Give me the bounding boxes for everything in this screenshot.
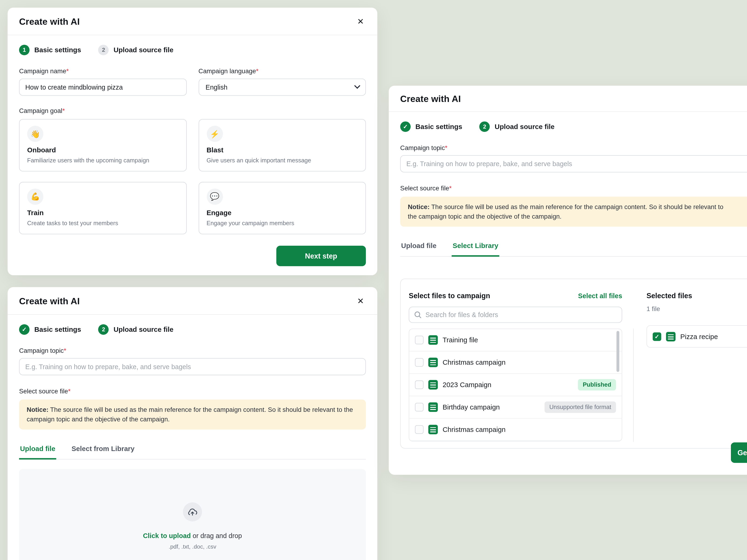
file-name: 2023 Campaign (443, 381, 491, 389)
goal-card-onboard[interactable]: 👋 Onboard Familiarize users with the upc… (19, 119, 186, 171)
select-source-file-label-text: Select source file (19, 388, 68, 395)
file-search-input[interactable] (425, 311, 617, 319)
goal-card-blast[interactable]: ⚡ Blast Give users an quick important me… (199, 119, 366, 171)
campaign-name-input[interactable] (19, 79, 186, 96)
campaign-name-label-text: Campaign name (19, 68, 66, 75)
published-badge: Published (578, 379, 616, 391)
file-row-birthday-campaign[interactable]: Birthday campaign Unsupported file forma… (409, 396, 622, 419)
waving-hand-icon: 👋 (27, 126, 43, 142)
notice-prefix: Notice: (27, 406, 48, 414)
panel-divider (633, 328, 634, 442)
required-asterisk: * (445, 144, 447, 152)
drag-and-drop-text: or drag and drop (192, 532, 242, 540)
campaign-name-label: Campaign name* (19, 68, 186, 75)
goal-title: Engage (207, 209, 358, 217)
goal-description: Create tasks to test your members (27, 219, 178, 228)
lightning-icon: ⚡ (207, 126, 223, 142)
required-asterisk: * (62, 107, 65, 114)
file-checkbox[interactable] (415, 380, 424, 389)
file-row-training-file[interactable]: Training file (409, 329, 622, 351)
step-upload-source-file[interactable]: 2 Upload source file (480, 121, 555, 132)
checked-checkbox[interactable]: ✓ (653, 332, 661, 341)
select-all-files-link[interactable]: Select all files (578, 292, 622, 300)
campaign-topic-label: Campaign topic* (400, 144, 747, 152)
campaign-goal-options: 👋 Onboard Familiarize users with the upc… (19, 119, 366, 234)
upload-cloud-icon (183, 502, 202, 522)
step-1-label: Basic settings (34, 46, 81, 54)
file-checkbox[interactable] (415, 403, 424, 411)
dropzone-text: Click to upload or drag and drop (143, 532, 242, 540)
file-dropzone[interactable]: Click to upload or drag and drop .pdf, .… (19, 469, 366, 560)
file-name: Birthday campaign (443, 403, 500, 411)
source-file-tabs: Upload file Select Library (400, 237, 747, 257)
selected-files-panel: Selected files 1 file ✓ Pizza recipe (646, 291, 747, 348)
campaign-goal-label-text: Campaign goal (19, 107, 62, 114)
selected-file-row-pizza-recipe[interactable]: ✓ Pizza recipe (646, 325, 747, 348)
campaign-topic-input[interactable] (400, 155, 747, 172)
file-checkbox[interactable] (415, 358, 424, 367)
close-icon[interactable]: ✕ (355, 295, 366, 307)
step-2-circle: 2 (480, 121, 490, 132)
selected-files-heading: Selected files (646, 291, 747, 300)
goal-card-engage[interactable]: 💬 Engage Engage your campaign members (199, 182, 366, 234)
document-icon (428, 402, 438, 412)
search-icon (414, 311, 421, 319)
file-name: Pizza recipe (680, 333, 718, 341)
document-icon (428, 425, 438, 434)
tab-upload-file[interactable]: Upload file (19, 440, 56, 460)
file-name: Training file (443, 336, 478, 344)
required-asterisk: * (256, 68, 259, 75)
tab-select-library[interactable]: Select Library (452, 237, 499, 257)
step-upload-source-file[interactable]: 2 Upload source file (98, 324, 174, 335)
unsupported-format-badge: Unsupported file format (545, 402, 616, 413)
file-checkbox[interactable] (415, 336, 424, 344)
campaign-topic-label-text: Campaign topic (400, 144, 445, 152)
step-2-circle: 2 (98, 324, 109, 335)
file-row-christmas-campaign-2[interactable]: Christmas campaign (409, 419, 622, 441)
select-source-file-label-text: Select source file (400, 185, 449, 192)
document-icon (666, 332, 675, 341)
file-checkbox[interactable] (415, 425, 424, 434)
campaign-topic-input[interactable] (19, 358, 366, 375)
check-icon: ✓ (400, 121, 411, 132)
required-asterisk: * (68, 388, 71, 395)
speech-bubble-icon: 💬 (207, 189, 223, 205)
step-basic-settings[interactable]: 1 Basic settings (19, 45, 81, 55)
next-step-button[interactable]: Next step (276, 246, 366, 266)
file-row-christmas-campaign[interactable]: Christmas campaign (409, 351, 622, 374)
document-icon (428, 335, 438, 345)
modal-title: Create with AI (19, 296, 80, 306)
document-icon (428, 358, 438, 367)
modal-header: Create with AI ✕ (8, 287, 378, 315)
notice-text: The source file will be used as the main… (27, 406, 353, 423)
check-icon: ✓ (19, 324, 30, 335)
close-icon[interactable]: ✕ (355, 16, 366, 28)
modal-header: Create with AI ✕ (8, 8, 378, 35)
goal-description: Give users an quick important message (207, 157, 358, 164)
goal-description: Engage your campaign members (207, 219, 358, 228)
file-name: Christmas campaign (443, 426, 506, 433)
step-basic-settings[interactable]: ✓ Basic settings (400, 121, 462, 132)
document-icon (428, 380, 438, 390)
click-to-upload-link[interactable]: Click to upload (143, 532, 191, 540)
tab-select-from-library[interactable]: Select from Library (71, 440, 135, 460)
generate-button[interactable]: Ge (731, 443, 747, 463)
step-1-label: Basic settings (415, 123, 462, 131)
flexed-biceps-icon: 💪 (27, 189, 43, 205)
campaign-language-select[interactable]: English (199, 79, 366, 96)
goal-description: Familiarize users with the upcoming camp… (27, 157, 178, 164)
notice-text: The source file will be used as the main… (408, 203, 723, 220)
allowed-formats-text: .pdf, .txt, .doc, .csv (169, 543, 216, 550)
step-basic-settings[interactable]: ✓ Basic settings (19, 324, 81, 335)
step-indicator: 1 Basic settings 2 Upload source file (19, 45, 366, 55)
file-row-2023-campaign[interactable]: 2023 Campaign Published (409, 374, 622, 396)
required-asterisk: * (449, 185, 452, 192)
step-2-label: Upload source file (495, 123, 555, 131)
required-asterisk: * (66, 68, 69, 75)
file-list-scrollbar[interactable] (617, 331, 619, 372)
tab-upload-file[interactable]: Upload file (400, 237, 437, 257)
goal-card-train[interactable]: 💪 Train Create tasks to test your member… (19, 182, 186, 234)
step-2-circle: 2 (98, 45, 109, 55)
step-upload-source-file[interactable]: 2 Upload source file (98, 45, 174, 55)
campaign-name-field-group: Campaign name* (19, 68, 186, 96)
